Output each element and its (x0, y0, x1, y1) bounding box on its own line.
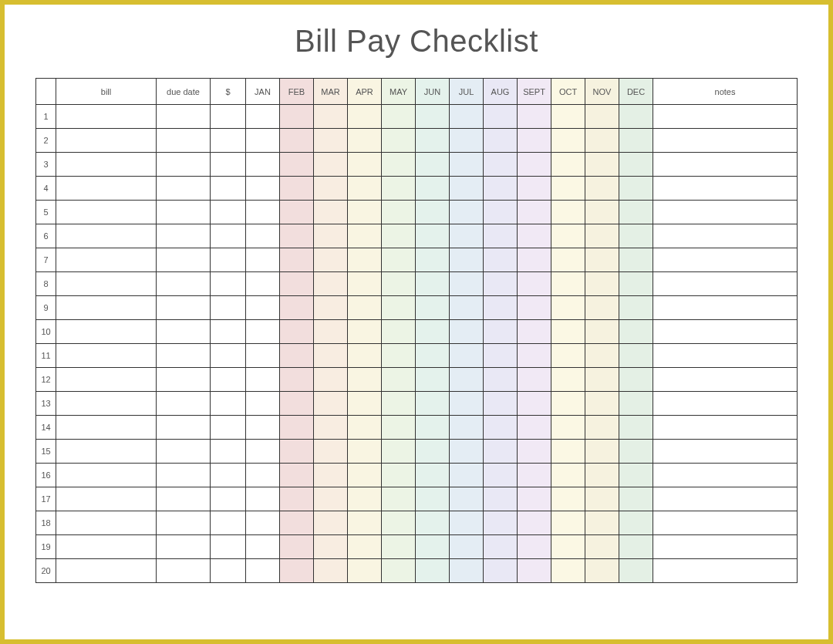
cell-month[interactable] (619, 320, 653, 344)
cell-amount[interactable] (211, 344, 246, 368)
cell-due[interactable] (157, 248, 211, 272)
cell-month[interactable] (551, 487, 585, 511)
cell-month[interactable] (551, 440, 585, 464)
cell-bill[interactable] (56, 535, 157, 559)
cell-month[interactable] (348, 177, 382, 201)
cell-month[interactable] (246, 296, 280, 320)
cell-month[interactable] (518, 368, 551, 392)
cell-month[interactable] (348, 320, 382, 344)
cell-amount[interactable] (211, 559, 246, 583)
cell-due[interactable] (157, 392, 211, 416)
cell-month[interactable] (416, 105, 450, 129)
cell-month[interactable] (314, 153, 348, 177)
cell-due[interactable] (157, 296, 211, 320)
cell-month[interactable] (585, 153, 619, 177)
cell-notes[interactable] (653, 320, 798, 344)
cell-month[interactable] (619, 248, 653, 272)
cell-month[interactable] (450, 440, 484, 464)
cell-month[interactable] (280, 487, 314, 511)
cell-month[interactable] (314, 296, 348, 320)
cell-month[interactable] (416, 487, 450, 511)
cell-month[interactable] (518, 177, 551, 201)
cell-month[interactable] (246, 392, 280, 416)
cell-month[interactable] (348, 368, 382, 392)
cell-notes[interactable] (653, 487, 798, 511)
cell-month[interactable] (518, 344, 551, 368)
cell-notes[interactable] (653, 511, 798, 535)
cell-notes[interactable] (653, 440, 798, 464)
cell-month[interactable] (484, 368, 518, 392)
cell-month[interactable] (348, 224, 382, 248)
cell-month[interactable] (450, 320, 484, 344)
cell-month[interactable] (484, 511, 518, 535)
cell-month[interactable] (585, 272, 619, 296)
cell-month[interactable] (518, 511, 551, 535)
cell-month[interactable] (416, 248, 450, 272)
cell-month[interactable] (450, 535, 484, 559)
cell-month[interactable] (450, 511, 484, 535)
cell-month[interactable] (619, 535, 653, 559)
cell-month[interactable] (450, 416, 484, 440)
cell-month[interactable] (551, 248, 585, 272)
cell-amount[interactable] (211, 105, 246, 129)
cell-month[interactable] (484, 129, 518, 153)
cell-month[interactable] (280, 129, 314, 153)
cell-month[interactable] (280, 392, 314, 416)
cell-month[interactable] (619, 344, 653, 368)
cell-month[interactable] (450, 392, 484, 416)
cell-month[interactable] (246, 511, 280, 535)
cell-month[interactable] (314, 129, 348, 153)
cell-month[interactable] (246, 344, 280, 368)
cell-month[interactable] (619, 224, 653, 248)
cell-month[interactable] (280, 344, 314, 368)
cell-due[interactable] (157, 416, 211, 440)
cell-month[interactable] (518, 416, 551, 440)
cell-month[interactable] (619, 368, 653, 392)
cell-month[interactable] (518, 535, 551, 559)
cell-month[interactable] (416, 440, 450, 464)
cell-month[interactable] (484, 487, 518, 511)
cell-notes[interactable] (653, 559, 798, 583)
cell-month[interactable] (518, 296, 551, 320)
cell-notes[interactable] (653, 129, 798, 153)
cell-month[interactable] (348, 511, 382, 535)
cell-month[interactable] (348, 105, 382, 129)
cell-month[interactable] (348, 559, 382, 583)
cell-month[interactable] (551, 559, 585, 583)
cell-month[interactable] (348, 296, 382, 320)
cell-month[interactable] (280, 296, 314, 320)
cell-bill[interactable] (56, 272, 157, 296)
cell-amount[interactable] (211, 272, 246, 296)
cell-bill[interactable] (56, 368, 157, 392)
cell-month[interactable] (280, 535, 314, 559)
cell-month[interactable] (450, 129, 484, 153)
cell-notes[interactable] (653, 201, 798, 224)
cell-notes[interactable] (653, 392, 798, 416)
cell-month[interactable] (416, 153, 450, 177)
cell-due[interactable] (157, 105, 211, 129)
cell-month[interactable] (484, 105, 518, 129)
cell-month[interactable] (450, 248, 484, 272)
cell-notes[interactable] (653, 368, 798, 392)
cell-month[interactable] (382, 487, 416, 511)
cell-month[interactable] (246, 440, 280, 464)
cell-due[interactable] (157, 320, 211, 344)
cell-month[interactable] (518, 272, 551, 296)
cell-month[interactable] (484, 559, 518, 583)
cell-month[interactable] (348, 416, 382, 440)
cell-amount[interactable] (211, 535, 246, 559)
cell-amount[interactable] (211, 368, 246, 392)
cell-month[interactable] (484, 272, 518, 296)
cell-month[interactable] (382, 296, 416, 320)
cell-bill[interactable] (56, 392, 157, 416)
cell-month[interactable] (585, 344, 619, 368)
cell-month[interactable] (484, 224, 518, 248)
cell-month[interactable] (246, 272, 280, 296)
cell-bill[interactable] (56, 440, 157, 464)
cell-month[interactable] (382, 320, 416, 344)
cell-month[interactable] (314, 440, 348, 464)
cell-month[interactable] (484, 177, 518, 201)
cell-month[interactable] (382, 511, 416, 535)
cell-month[interactable] (382, 440, 416, 464)
cell-month[interactable] (348, 487, 382, 511)
